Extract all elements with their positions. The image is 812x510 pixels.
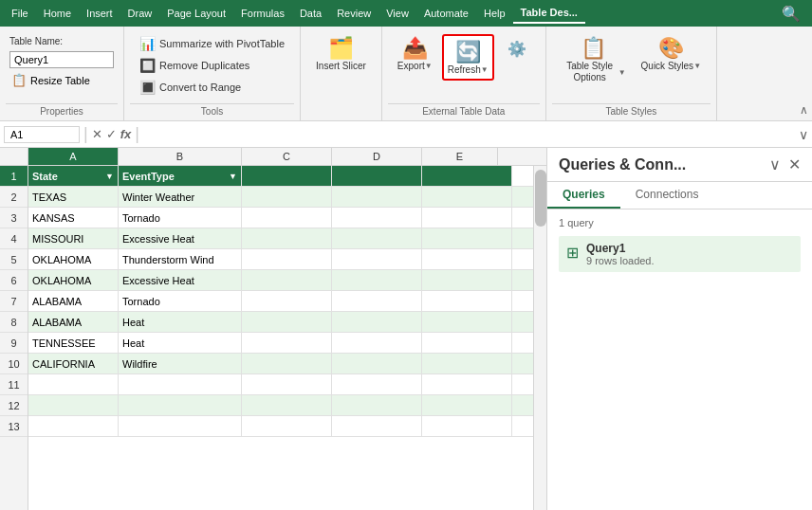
menu-file[interactable]: File: [4, 4, 36, 23]
cell-state-8[interactable]: ALABAMA: [28, 312, 119, 332]
cell-state-2[interactable]: TEXAS: [28, 187, 119, 207]
quick-styles-button[interactable]: 🎨 Quick Styles ▼: [636, 34, 708, 73]
menu-view[interactable]: View: [378, 4, 416, 23]
cell-event-9[interactable]: Heat: [119, 333, 242, 353]
row-num-3[interactable]: 3: [0, 208, 28, 228]
cell-c-6[interactable]: [242, 270, 332, 290]
cell-d-8[interactable]: [332, 312, 422, 332]
cell-c-5[interactable]: [242, 249, 332, 269]
resize-table-button[interactable]: 📋 Resize Table: [9, 71, 92, 89]
export-button[interactable]: 📤 Export ▼: [392, 34, 438, 73]
cell-c-12[interactable]: [242, 395, 332, 415]
cell-event-7[interactable]: Tornado: [119, 291, 242, 311]
ribbon-collapse-button[interactable]: ∧: [796, 27, 812, 120]
menu-home[interactable]: Home: [36, 4, 79, 23]
remove-duplicates-button[interactable]: 🔲 Remove Duplicates: [134, 56, 255, 75]
cell-d-11[interactable]: [332, 374, 422, 394]
cell-e-13[interactable]: [422, 416, 512, 436]
menu-review[interactable]: Review: [329, 4, 378, 23]
cell-c-3[interactable]: [242, 208, 332, 228]
formula-input[interactable]: [143, 129, 795, 140]
cell-state-13[interactable]: [28, 416, 119, 436]
row-num-12[interactable]: 12: [0, 395, 28, 416]
cell-c-10[interactable]: [242, 354, 332, 373]
insert-slicer-button[interactable]: 🗂️ Insert Slicer: [310, 34, 372, 73]
menu-draw[interactable]: Draw: [120, 4, 160, 23]
row-num-4[interactable]: 4: [0, 228, 28, 249]
cell-d-7[interactable]: [332, 291, 422, 311]
name-box[interactable]: [4, 126, 80, 143]
cell-d-5[interactable]: [332, 249, 422, 269]
cell-state-10[interactable]: CALIFORNIA: [28, 354, 119, 373]
cell-d-6[interactable]: [332, 270, 422, 290]
menu-automate[interactable]: Automate: [416, 4, 476, 23]
menu-table-design[interactable]: Table Des...: [513, 3, 585, 24]
cell-c-8[interactable]: [242, 312, 332, 332]
header-cell-d[interactable]: [332, 166, 422, 186]
state-dropdown-btn[interactable]: ▼: [105, 172, 114, 181]
cell-state-11[interactable]: [28, 374, 119, 394]
menu-page-layout[interactable]: Page Layout: [159, 4, 233, 23]
header-cell-c[interactable]: [242, 166, 332, 186]
cell-state-4[interactable]: MISSOURI: [28, 228, 119, 248]
table-style-options-button[interactable]: 📋 Table Style Options ▼: [556, 34, 632, 85]
row-num-10[interactable]: 10: [0, 354, 28, 374]
refresh-button[interactable]: 🔄 Refresh ▼: [442, 34, 494, 81]
cell-e-8[interactable]: [422, 312, 512, 332]
row-num-8[interactable]: 8: [0, 312, 28, 333]
cell-d-13[interactable]: [332, 416, 422, 436]
menu-formulas[interactable]: Formulas: [233, 4, 292, 23]
col-header-e[interactable]: E: [422, 148, 498, 165]
cell-state-5[interactable]: OKLAHOMA: [28, 249, 119, 269]
cell-e-7[interactable]: [422, 291, 512, 311]
row-num-5[interactable]: 5: [0, 249, 28, 270]
col-header-a[interactable]: A: [28, 148, 119, 165]
cell-e-6[interactable]: [422, 270, 512, 290]
cell-e-11[interactable]: [422, 374, 512, 394]
cell-c-11[interactable]: [242, 374, 332, 394]
cell-c-2[interactable]: [242, 187, 332, 207]
cancel-icon[interactable]: ✕: [92, 127, 102, 141]
header-cell-e[interactable]: [422, 166, 512, 186]
cell-event-2[interactable]: Winter Weather: [119, 187, 242, 207]
cell-event-11[interactable]: [119, 374, 242, 394]
cell-state-9[interactable]: TENNESSEE: [28, 333, 119, 353]
tab-connections[interactable]: Connections: [620, 182, 714, 209]
convert-to-range-button[interactable]: 🔳 Convert to Range: [134, 78, 247, 97]
summarize-pivot-button[interactable]: 📊 Summarize with PivotTable: [134, 34, 290, 53]
eventtype-dropdown-btn[interactable]: ▼: [229, 172, 237, 181]
cell-event-13[interactable]: [119, 416, 242, 436]
header-cell-eventtype[interactable]: EventType ▼: [119, 166, 242, 186]
cell-e-2[interactable]: [422, 187, 512, 207]
query-item[interactable]: ⊞ Query1 9 rows loaded.: [559, 236, 801, 272]
row-num-7[interactable]: 7: [0, 291, 28, 312]
cell-c-9[interactable]: [242, 333, 332, 353]
cell-c-7[interactable]: [242, 291, 332, 311]
cell-e-4[interactable]: [422, 228, 512, 248]
cell-e-3[interactable]: [422, 208, 512, 228]
header-cell-state[interactable]: State ▼: [28, 166, 119, 186]
row-num-9[interactable]: 9: [0, 333, 28, 354]
cell-event-8[interactable]: Heat: [119, 312, 242, 332]
cell-state-3[interactable]: KANSAS: [28, 208, 119, 228]
panel-collapse-icon[interactable]: ∨: [769, 155, 781, 173]
search-icon[interactable]: 🔍: [774, 1, 808, 27]
menu-data[interactable]: Data: [292, 4, 329, 23]
cell-e-9[interactable]: [422, 333, 512, 353]
cell-state-6[interactable]: OKLAHOMA: [28, 270, 119, 290]
cell-state-12[interactable]: [28, 395, 119, 415]
cell-event-12[interactable]: [119, 395, 242, 415]
col-header-d[interactable]: D: [332, 148, 422, 165]
cell-d-10[interactable]: [332, 354, 422, 373]
formula-expand-icon[interactable]: ∨: [799, 127, 808, 142]
row-num-2[interactable]: 2: [0, 187, 28, 208]
cell-e-12[interactable]: [422, 395, 512, 415]
cell-e-10[interactable]: [422, 354, 512, 373]
vertical-scrollbar[interactable]: [533, 166, 546, 510]
row-num-1[interactable]: 1: [0, 166, 28, 187]
col-header-c[interactable]: C: [242, 148, 332, 165]
menu-insert[interactable]: Insert: [79, 4, 120, 23]
cell-event-6[interactable]: Excessive Heat: [119, 270, 242, 290]
cell-event-3[interactable]: Tornado: [119, 208, 242, 228]
col-header-b[interactable]: B: [119, 148, 242, 165]
